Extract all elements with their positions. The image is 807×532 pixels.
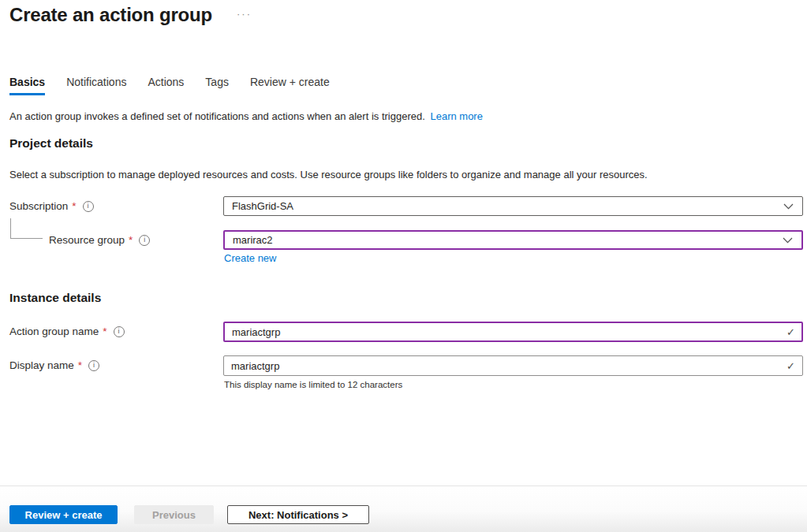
info-icon[interactable]: i xyxy=(114,326,125,337)
next-notifications-button[interactable]: Next: Notifications > xyxy=(227,505,369,524)
info-icon[interactable]: i xyxy=(83,201,94,212)
tab-review-create[interactable]: Review + create xyxy=(250,76,330,95)
hierarchy-connector-line xyxy=(10,218,43,239)
display-name-control: ✓ xyxy=(223,355,803,376)
info-icon[interactable]: i xyxy=(139,235,150,246)
action-group-name-control: ✓ xyxy=(223,322,803,342)
tab-notifications[interactable]: Notifications xyxy=(66,76,126,95)
action-group-name-label-text: Action group name xyxy=(9,326,99,337)
resource-group-control: marirac2 xyxy=(223,230,803,250)
resource-group-select[interactable]: marirac2 xyxy=(223,230,803,250)
info-icon[interactable]: i xyxy=(88,360,99,371)
footer-bar xyxy=(0,485,807,532)
create-new-link[interactable]: Create new xyxy=(224,252,276,264)
project-details-description: Select a subscription to manage deployed… xyxy=(9,169,648,180)
display-name-label: Display name * i xyxy=(9,355,99,375)
subscription-control: FlashGrid-SA xyxy=(223,196,803,216)
tab-basics[interactable]: Basics xyxy=(9,76,45,95)
page-title: Create an action group xyxy=(9,4,212,26)
required-asterisk: * xyxy=(72,200,76,212)
required-asterisk: * xyxy=(78,359,82,371)
subscription-select[interactable]: FlashGrid-SA xyxy=(223,196,803,216)
resource-group-select-value: marirac2 xyxy=(233,234,273,246)
resource-group-label-text: Resource group xyxy=(49,234,125,246)
display-name-helper-text: This display name is limited to 12 chara… xyxy=(224,380,402,389)
action-group-name-label: Action group name * i xyxy=(9,322,125,341)
create-action-group-page: Create an action group ··· Basics Notifi… xyxy=(0,0,807,532)
subscription-label: Subscription * i xyxy=(9,196,94,216)
tab-tags[interactable]: Tags xyxy=(205,76,229,95)
intro-sentence: An action group invokes a defined set of… xyxy=(9,110,425,122)
instance-details-heading: Instance details xyxy=(9,291,101,305)
learn-more-link[interactable]: Learn more xyxy=(430,110,482,122)
more-options-icon[interactable]: ··· xyxy=(237,8,252,20)
tab-bar: Basics Notifications Actions Tags Review… xyxy=(9,76,330,95)
display-name-label-text: Display name xyxy=(9,359,74,371)
tab-actions[interactable]: Actions xyxy=(148,76,184,95)
review-create-button[interactable]: Review + create xyxy=(9,505,118,524)
chevron-down-icon xyxy=(783,237,793,244)
intro-text: An action group invokes a defined set of… xyxy=(9,110,483,122)
display-name-input[interactable] xyxy=(223,355,803,376)
subscription-select-value: FlashGrid-SA xyxy=(232,200,293,212)
subscription-label-text: Subscription xyxy=(9,200,68,212)
project-details-heading: Project details xyxy=(9,136,93,151)
required-asterisk: * xyxy=(129,234,133,246)
previous-button[interactable]: Previous xyxy=(134,505,214,524)
resource-group-label: Resource group * i xyxy=(49,230,150,250)
chevron-down-icon xyxy=(783,203,794,210)
required-asterisk: * xyxy=(103,326,106,337)
action-group-name-input[interactable] xyxy=(223,322,803,342)
